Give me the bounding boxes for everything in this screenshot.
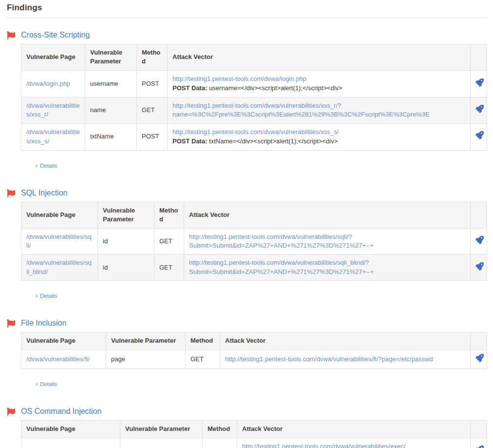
- finding-section-os-command-injection: OS Command Injection Vulnerable Page Vul…: [7, 407, 487, 448]
- vulnerable-parameter: ip: [120, 438, 203, 448]
- rocket-icon[interactable]: [475, 262, 484, 271]
- vulnerable-parameter: id: [98, 228, 154, 254]
- chevron-right-icon: ›: [36, 292, 38, 299]
- post-data-value: username=</div><script>alert(1);</script…: [209, 84, 342, 92]
- table-row: /dvwa/vulnerabilities/xss_r/ name GET ht…: [21, 97, 487, 123]
- findings-table-sqli: Vulnerable Page Vulnerable Parameter Met…: [21, 202, 487, 281]
- col-header-attack-vector: Attack Vector: [184, 202, 471, 228]
- table-row: /dvwa/vulnerabilities/fi/ page GET http:…: [21, 350, 487, 369]
- vulnerable-page-link[interactable]: /dvwa/vulnerabilities/sqli_blind/: [26, 259, 92, 275]
- finding-section-file-inclusion: File Inclusion Vulnerable Page Vulnerabl…: [7, 319, 487, 394]
- section-header: SQL Injection: [7, 189, 487, 197]
- attack-vector-link[interactable]: http://testing1.pentest-tools.com/dvwa/v…: [172, 128, 339, 136]
- table-header-row: Vulnerable Page Vulnerable Parameter Met…: [21, 202, 487, 228]
- rocket-icon[interactable]: [475, 131, 484, 139]
- attack-vector-link[interactable]: http://testing1.pentest-tools.com/dvwa/v…: [225, 355, 433, 363]
- section-header: OS Command Injection: [7, 407, 487, 416]
- col-header-attack-vector: Attack Vector: [237, 421, 471, 438]
- rocket-icon[interactable]: [475, 236, 484, 244]
- table-row: /dvwa/vulnerabilities/exec/ ip POST http…: [21, 438, 487, 448]
- col-header-attack-vector: Attack Vector: [168, 44, 471, 71]
- vulnerable-parameter: id: [98, 254, 154, 281]
- chevron-right-icon: ›: [36, 381, 38, 388]
- findings-table-file-inclusion: Vulnerable Page Vulnerable Parameter Met…: [21, 332, 487, 369]
- details-link[interactable]: ›Details: [36, 292, 57, 299]
- finding-section-sqli: SQL Injection Vulnerable Page Vulnerable…: [7, 189, 487, 307]
- method: POST: [137, 123, 168, 150]
- findings-table-os-command-injection: Vulnerable Page Vulnerable Parameter Met…: [21, 420, 487, 448]
- rocket-icon[interactable]: [475, 78, 484, 87]
- table-header-row: Vulnerable Page Vulnerable Parameter Met…: [21, 332, 487, 350]
- chevron-right-icon: ›: [36, 162, 38, 169]
- flag-icon: [7, 189, 15, 197]
- method: GET: [154, 228, 184, 254]
- col-header-vulnerable-parameter: Vulnerable Parameter: [98, 202, 154, 228]
- method: GET: [154, 254, 184, 281]
- post-data-label: POST Data:: [172, 84, 208, 92]
- section-title-xss[interactable]: Cross-Site Scripting: [21, 31, 90, 39]
- section-title-file-inclusion[interactable]: File Inclusion: [21, 319, 66, 328]
- rocket-icon[interactable]: [475, 105, 484, 113]
- post-data-label: POST Data:: [172, 137, 208, 145]
- table-row: /dvwa/vulnerabilities/xss_s/ txtName POS…: [21, 123, 487, 150]
- attack-vector-link[interactable]: http://testing1.pentest-tools.com/dvwa/v…: [242, 443, 405, 448]
- col-header-actions: [471, 44, 487, 71]
- page-title: Findings: [7, 3, 487, 13]
- post-data-value: txtName=</div><script>alert(1);</script>…: [209, 137, 338, 145]
- table-header-row: Vulnerable Page Vulnerable Parameter Met…: [21, 44, 487, 71]
- vulnerable-parameter: txtName: [85, 123, 137, 150]
- method: POST: [137, 70, 168, 97]
- section-header: Cross-Site Scripting: [7, 31, 487, 39]
- table-row: /dvwa/vulnerabilities/sqli/ id GET http:…: [21, 228, 487, 254]
- col-header-vulnerable-page: Vulnerable Page: [21, 421, 120, 438]
- vulnerable-page-link[interactable]: /dvwa/login.php: [26, 80, 70, 87]
- section-header: File Inclusion: [7, 319, 487, 328]
- vulnerable-parameter: page: [106, 350, 186, 369]
- method: POST: [203, 438, 237, 448]
- rocket-icon[interactable]: [475, 446, 484, 448]
- flag-icon: [7, 319, 15, 328]
- rocket-icon[interactable]: [475, 354, 484, 362]
- findings-table-xss: Vulnerable Page Vulnerable Parameter Met…: [21, 44, 487, 151]
- vulnerable-page-link[interactable]: /dvwa/vulnerabilities/fi/: [26, 355, 90, 363]
- attack-vector-link[interactable]: http://testing1.pentest-tools.com/dvwa/v…: [172, 102, 430, 118]
- flag-icon: [7, 31, 15, 39]
- col-header-vulnerable-page: Vulnerable Page: [21, 44, 85, 71]
- vulnerable-page-link[interactable]: /dvwa/vulnerabilities/xss_s/: [26, 128, 80, 144]
- flag-icon: [7, 408, 15, 416]
- attack-vector-link[interactable]: http://testing1.pentest-tools.com/dvwa/v…: [189, 259, 374, 275]
- details-link[interactable]: ›Details: [36, 162, 57, 169]
- attack-vector-link[interactable]: http://testing1.pentest-tools.com/dvwa/l…: [172, 75, 306, 82]
- col-header-method: Method: [137, 44, 168, 71]
- col-header-method: Method: [203, 421, 237, 438]
- section-title-sqli[interactable]: SQL Injection: [21, 189, 67, 197]
- table-row: /dvwa/vulnerabilities/sqli_blind/ id GET…: [21, 254, 487, 281]
- col-header-vulnerable-parameter: Vulnerable Parameter: [85, 44, 137, 71]
- finding-section-xss: Cross-Site Scripting Vulnerable Page Vul…: [7, 31, 487, 176]
- details-link[interactable]: ›Details: [36, 381, 57, 388]
- table-row: /dvwa/login.php username POST http://tes…: [21, 70, 487, 97]
- col-header-method: Method: [154, 202, 184, 228]
- method: GET: [137, 97, 168, 123]
- vulnerable-page-link[interactable]: /dvwa/vulnerabilities/sqli/: [26, 233, 92, 249]
- col-header-actions: [471, 332, 487, 350]
- col-header-vulnerable-parameter: Vulnerable Parameter: [120, 421, 203, 438]
- col-header-actions: [471, 421, 487, 438]
- col-header-attack-vector: Attack Vector: [220, 332, 471, 350]
- method: GET: [186, 350, 220, 369]
- col-header-vulnerable-parameter: Vulnerable Parameter: [106, 332, 186, 350]
- table-header-row: Vulnerable Page Vulnerable Parameter Met…: [21, 421, 487, 438]
- col-header-actions: [471, 202, 487, 228]
- vulnerable-parameter: username: [85, 70, 137, 97]
- col-header-vulnerable-page: Vulnerable Page: [21, 202, 98, 228]
- attack-vector-link[interactable]: http://testing1.pentest-tools.com/dvwa/v…: [189, 233, 374, 249]
- title-divider: [7, 18, 487, 18]
- vulnerable-parameter: name: [85, 97, 137, 123]
- col-header-method: Method: [186, 332, 220, 350]
- vulnerable-page-link[interactable]: /dvwa/vulnerabilities/xss_r/: [26, 102, 80, 118]
- col-header-vulnerable-page: Vulnerable Page: [21, 332, 106, 350]
- section-title-os-command-injection[interactable]: OS Command Injection: [21, 407, 101, 416]
